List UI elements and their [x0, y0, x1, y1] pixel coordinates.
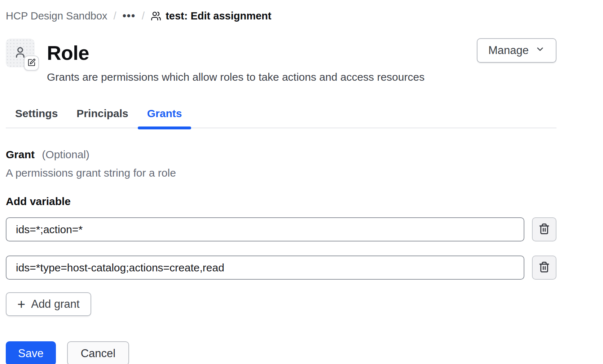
manage-button-label: Manage — [488, 44, 529, 57]
page-description: Grants are permissions which allow roles… — [47, 70, 556, 84]
edit-avatar-button[interactable] — [24, 56, 39, 71]
grant-field-label-row: Grant (Optional) — [6, 148, 556, 161]
form-actions: Save Cancel — [6, 341, 556, 364]
page-header: Role Manage — [6, 39, 556, 67]
role-avatar — [6, 39, 35, 67]
grant-field-help: A permissions grant string for a role — [6, 166, 556, 179]
tab-bar: Settings Principals Grants — [6, 107, 556, 128]
cancel-button[interactable]: Cancel — [67, 341, 129, 364]
tab-grants[interactable]: Grants — [138, 107, 192, 128]
add-grant-label: Add grant — [31, 298, 79, 311]
save-button[interactable]: Save — [6, 341, 56, 364]
breadcrumb-org-link[interactable]: HCP Design Sandbox — [6, 10, 107, 22]
tab-principals-label: Principals — [76, 107, 128, 119]
tab-settings-label: Settings — [15, 107, 58, 119]
delete-grant-1-button[interactable] — [532, 217, 556, 241]
page-title: Role — [47, 42, 89, 64]
role-edit-page: HCP Design Sandbox / ••• / test: Edit as… — [0, 0, 603, 364]
trash-icon — [538, 223, 550, 236]
header-left: Role — [6, 39, 556, 67]
tab-grants-label: Grants — [147, 107, 182, 119]
grant-row — [6, 217, 556, 241]
breadcrumb: HCP Design Sandbox / ••• / test: Edit as… — [6, 10, 556, 22]
breadcrumb-separator: / — [114, 10, 116, 22]
grant-row — [6, 256, 556, 280]
add-variable-label: Add variable — [6, 195, 556, 208]
edit-icon — [27, 58, 36, 68]
chevron-down-icon — [535, 44, 545, 57]
delete-grant-2-button[interactable] — [532, 256, 556, 280]
tab-principals[interactable]: Principals — [67, 107, 137, 128]
trash-icon — [538, 261, 550, 274]
manage-button[interactable]: Manage — [477, 38, 556, 63]
users-icon — [151, 11, 161, 21]
plus-icon: + — [17, 297, 25, 311]
breadcrumb-current-label: test: Edit assignment — [166, 10, 271, 22]
grant-field-optional: (Optional) — [42, 148, 89, 160]
breadcrumb-separator: / — [142, 10, 145, 22]
breadcrumb-current: test: Edit assignment — [151, 10, 271, 22]
breadcrumb-collapsed-toggle[interactable]: ••• — [123, 10, 136, 22]
grant-input-2[interactable] — [6, 256, 524, 280]
add-grant-button[interactable]: + Add grant — [6, 292, 91, 316]
grant-field-label: Grant — [6, 148, 35, 160]
grant-input-1[interactable] — [6, 217, 524, 241]
tab-settings[interactable]: Settings — [6, 107, 67, 128]
